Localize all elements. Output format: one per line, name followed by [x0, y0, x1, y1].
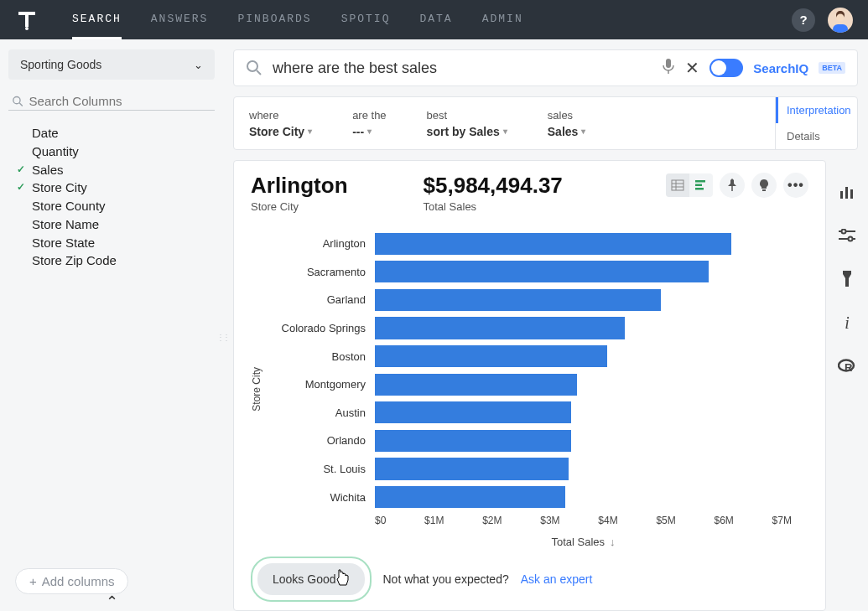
svg-point-27 [849, 237, 853, 241]
add-columns-label: Add columns [42, 574, 115, 588]
search-columns-input[interactable] [29, 94, 211, 108]
interpretation-tokens: whereStore City ▾are the--- ▾bestsort by… [234, 97, 775, 149]
column-store-state[interactable]: Store State [17, 234, 215, 252]
bar[interactable] [375, 345, 607, 367]
chevron-up-icon[interactable]: ⌃ [106, 593, 118, 611]
column-store-county[interactable]: Store County [17, 197, 215, 215]
pin-icon[interactable] [720, 173, 745, 198]
bar[interactable] [375, 430, 571, 452]
bar[interactable] [375, 458, 569, 479]
bar-row [375, 427, 792, 455]
lightbulb-icon[interactable] [751, 173, 777, 198]
nav-data[interactable]: DATA [419, 0, 452, 39]
category-label: Montgomery [268, 370, 372, 399]
bar[interactable] [375, 486, 565, 508]
bar[interactable] [375, 401, 571, 423]
result-card: Arlington Store City $5,984,494.37 Total… [233, 160, 826, 611]
bar[interactable] [375, 289, 661, 311]
plus-icon: + [29, 574, 37, 588]
bar-row [375, 483, 792, 511]
app-logo[interactable] [15, 8, 39, 32]
chevron-down-icon: ⌄ [194, 59, 203, 71]
sort-down-icon[interactable]: ↓ [610, 536, 616, 548]
right-rail: i R [826, 160, 868, 611]
svg-text:R: R [845, 361, 853, 374]
info-icon[interactable]: i [837, 313, 857, 333]
bar[interactable] [375, 317, 625, 339]
category-label: St. Louis [268, 455, 372, 484]
bar[interactable] [375, 374, 577, 396]
nav-answers[interactable]: ANSWERS [151, 0, 209, 39]
category-label: Sacramento [268, 258, 372, 287]
column-quantity[interactable]: Quantity [17, 142, 215, 161]
user-avatar[interactable] [828, 8, 853, 33]
r-script-icon[interactable]: R [837, 356, 857, 376]
flashlight-icon[interactable] [837, 269, 857, 289]
search-bar: ✕ SearchIQ BETA [233, 49, 858, 86]
bar-row [375, 342, 792, 370]
x-tick: $7M [772, 515, 792, 530]
looks-good-button[interactable]: Looks Good [257, 563, 365, 595]
beta-badge: BETA [819, 62, 845, 74]
x-axis-label: Total Sales↓ [375, 536, 792, 548]
chart-config-icon[interactable] [837, 182, 857, 202]
x-tick: $4M [598, 515, 617, 530]
category-label: Wichita [268, 483, 372, 511]
ask-expert-link[interactable]: Ask an expert [521, 572, 593, 586]
microphone-icon[interactable] [662, 58, 675, 78]
svg-line-9 [257, 70, 261, 75]
searchiq-toggle[interactable] [709, 59, 743, 77]
svg-rect-12 [672, 180, 683, 190]
interpretation-bar: whereStore City ▾are the--- ▾bestsort by… [233, 96, 858, 150]
bar-row [375, 230, 792, 258]
tab-details[interactable]: Details [776, 123, 857, 149]
nav-admin[interactable]: ADMIN [482, 0, 523, 39]
metric-value: $5,984,494.37 [424, 173, 563, 199]
nav-pinboards[interactable]: PINBOARDS [237, 0, 311, 39]
headline-sub: Store City [251, 200, 348, 213]
more-icon[interactable]: ••• [783, 173, 808, 198]
column-date[interactable]: Date [17, 124, 215, 142]
bar[interactable] [375, 261, 709, 282]
category-label: Orlando [268, 427, 372, 455]
column-store-name[interactable]: Store Name [17, 215, 215, 234]
bar[interactable] [375, 233, 731, 255]
token-best[interactable]: bestsort by Sales ▾ [427, 109, 507, 138]
svg-rect-23 [850, 189, 853, 199]
datasource-label: Sporting Goods [20, 58, 101, 71]
token-are-the[interactable]: are the--- ▾ [352, 109, 386, 138]
bar-row [375, 399, 792, 427]
svg-rect-20 [762, 189, 766, 191]
x-tick: $5M [656, 515, 675, 530]
nav-spotiq[interactable]: SPOTIQ [341, 0, 391, 39]
token-sales[interactable]: salesSales ▾ [548, 109, 586, 138]
svg-rect-17 [695, 184, 702, 187]
clear-icon[interactable]: ✕ [685, 58, 699, 78]
bar-row [375, 258, 792, 287]
column-store-zip-code[interactable]: Store Zip Code [17, 251, 215, 270]
cursor-icon [335, 568, 350, 590]
svg-rect-28 [843, 271, 851, 274]
x-tick: $2M [482, 515, 502, 530]
nav-search[interactable]: SEARCH [72, 0, 122, 39]
column-sales[interactable]: Sales [17, 161, 215, 179]
svg-rect-22 [845, 187, 848, 199]
token-where[interactable]: whereStore City ▾ [249, 109, 312, 138]
table-view-icon[interactable] [666, 173, 689, 197]
svg-rect-1 [25, 12, 29, 27]
bar-row [375, 455, 792, 484]
add-columns-button[interactable]: + Add columns [15, 568, 128, 594]
svg-rect-16 [695, 180, 705, 183]
headline-value: Arlington [251, 173, 348, 199]
tab-interpretation[interactable]: Interpretation [776, 97, 857, 123]
search-input[interactable] [273, 60, 662, 77]
datasource-selector[interactable]: Sporting Goods ⌄ [8, 49, 215, 80]
search-columns-field[interactable] [8, 92, 215, 111]
content-area: ✕ SearchIQ BETA whereStore City ▾are the… [223, 39, 868, 611]
searchiq-label: SearchIQ [753, 61, 808, 75]
settings-icon[interactable] [837, 225, 857, 246]
feedback-prompt: Not what you expected? [383, 572, 509, 586]
column-store-city[interactable]: Store City [17, 179, 215, 197]
chart-view-icon[interactable] [689, 173, 713, 197]
help-button[interactable]: ? [792, 8, 815, 32]
